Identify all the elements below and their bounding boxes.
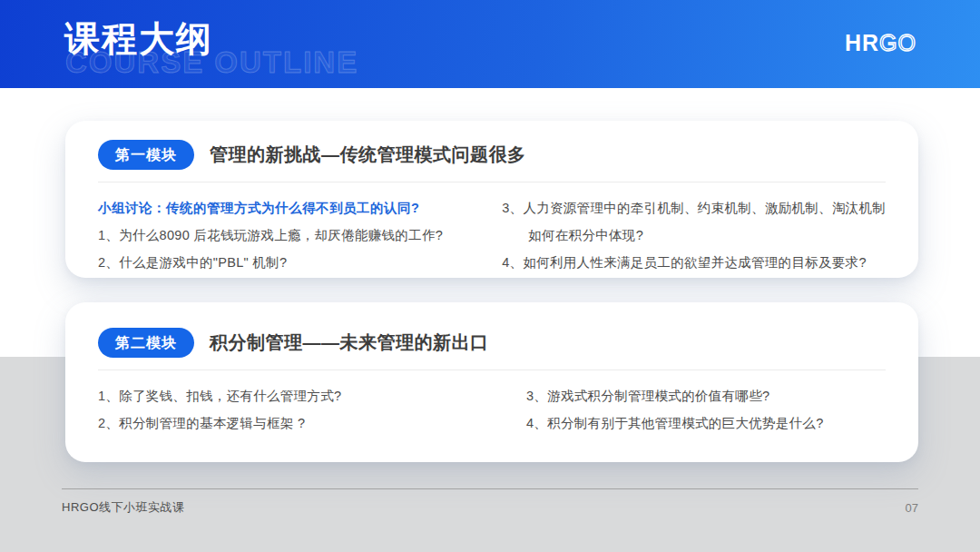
list-item-line: 如何在积分中体现? [502,227,886,244]
list-item-line: 4、如何利用人性来满足员工的欲望并达成管理的目标及要求? [502,254,886,271]
module-2-right-column: 3、游戏式积分制管理模式的价值有哪些?4、积分制有别于其他管理模式的巨大优势是什… [526,378,886,432]
list-item-line: 4、积分制有别于其他管理模式的巨大优势是什么? [526,415,886,432]
list-item-line: 3、游戏式积分制管理模式的价值有哪些? [526,388,886,405]
module-2-header: 第二模块 积分制管理——未来管理的新出口 [65,302,918,358]
page-title: 课程大纲 [64,15,213,64]
module-1-header: 第一模块 管理的新挑战—传统管理模式问题很多 [65,121,918,170]
logo-light-part: GO [879,30,916,55]
header-banner: COURSE OUTLINE 课程大纲 HRGO [0,0,980,88]
module-1-left-items: 1、为什么8090 后花钱玩游戏上瘾，却厌倦能赚钱的工作?2、什么是游戏中的"P… [98,227,502,271]
list-item-line: 1、除了奖钱、扣钱，还有什么管理方式? [98,388,526,405]
module-1-badge: 第一模块 [98,140,194,170]
module-2-left-items: 1、除了奖钱、扣钱，还有什么管理方式?2、积分制管理的基本逻辑与框架 ? [98,388,526,432]
module-2-card: 第二模块 积分制管理——未来管理的新出口 1、除了奖钱、扣钱，还有什么管理方式?… [65,302,918,462]
discussion-question: 小组讨论：传统的管理方式为什么得不到员工的认同? [98,200,502,217]
module-1-body: 小组讨论：传统的管理方式为什么得不到员工的认同? 1、为什么8090 后花钱玩游… [65,182,918,271]
logo-bold-part: HR [845,30,879,55]
list-item-line: 1、为什么8090 后花钱玩游戏上瘾，却厌倦能赚钱的工作? [98,227,502,244]
footer-course-label: HRGO线下小班实战课 [62,499,185,516]
module-2-left-column: 1、除了奖钱、扣钱，还有什么管理方式?2、积分制管理的基本逻辑与框架 ? [98,378,526,432]
module-1-right-items: 3、人力资源管理中的牵引机制、约束机制、激励机制、淘汰机制如何在积分中体现?4、… [502,200,886,271]
page-number: 07 [906,501,918,515]
module-1-title: 管理的新挑战—传统管理模式问题很多 [210,143,526,167]
module-2-body: 1、除了奖钱、扣钱，还有什么管理方式?2、积分制管理的基本逻辑与框架 ? 3、游… [65,370,918,432]
module-1-card: 第一模块 管理的新挑战—传统管理模式问题很多 小组讨论：传统的管理方式为什么得不… [65,121,918,278]
slide: COURSE OUTLINE 课程大纲 HRGO 第一模块 管理的新挑战—传统管… [0,0,980,552]
module-2-right-items: 3、游戏式积分制管理模式的价值有哪些?4、积分制有别于其他管理模式的巨大优势是什… [526,388,886,432]
hrgo-logo: HRGO [845,30,916,56]
footer: HRGO线下小班实战课 07 [62,488,918,516]
list-item-line: 3、人力资源管理中的牵引机制、约束机制、激励机制、淘汰机制 [502,200,886,217]
list-item-line: 2、什么是游戏中的"PBL" 机制? [98,254,502,271]
module-2-badge: 第二模块 [98,328,194,358]
module-2-title: 积分制管理——未来管理的新出口 [210,330,489,355]
list-item-line: 2、积分制管理的基本逻辑与框架 ? [98,415,526,432]
module-1-left-column: 小组讨论：传统的管理方式为什么得不到员工的认同? 1、为什么8090 后花钱玩游… [98,190,502,271]
module-1-right-column: 3、人力资源管理中的牵引机制、约束机制、激励机制、淘汰机制如何在积分中体现?4、… [502,190,886,271]
